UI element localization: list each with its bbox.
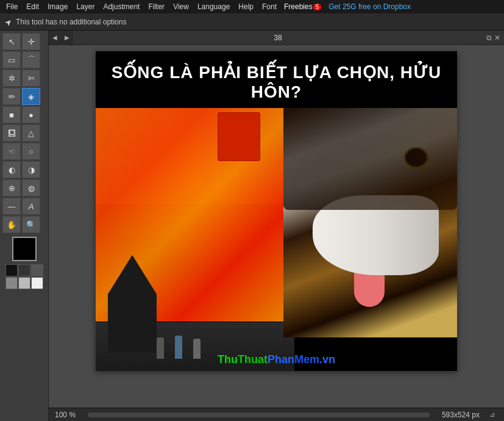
eraser-tool[interactable]: ⊕: [2, 179, 21, 196]
text-tool[interactable]: A: [22, 198, 40, 215]
tool-row-9: ⊕ ◍: [2, 179, 46, 196]
rect-select-tool[interactable]: ▭: [2, 51, 21, 68]
tab-prev-button[interactable]: ◀: [49, 31, 61, 45]
toolbox: ↖ ✛ ▭ ⌒ ✲ ✄ ✏ ◈ ■ ● ⛾ △ ☜ ○: [0, 31, 49, 421]
watermark-thu: Thu: [218, 353, 238, 365]
move-tool[interactable]: ↖: [2, 33, 21, 50]
tool-row-4: ✏ ◈: [2, 88, 46, 105]
tab-label: 38: [73, 31, 483, 45]
canvas-dimensions: 593x524 px: [442, 411, 480, 419]
rect-shape-tool[interactable]: ■: [2, 106, 21, 123]
freebies-count: 5: [313, 4, 322, 10]
color-cell-3[interactable]: [31, 264, 43, 276]
meme-top-text-area: SỐNG LÀ PHẢI BIẾT LỰA CHỌN, HỬU HÔN?: [96, 56, 457, 108]
dodge-tool[interactable]: ◐: [2, 161, 21, 178]
primary-color[interactable]: [12, 237, 37, 261]
lasso-tool[interactable]: ⌒: [22, 51, 40, 68]
color-cell-1[interactable]: [5, 264, 18, 276]
menu-image[interactable]: Image: [44, 1, 71, 12]
menu-adjustment[interactable]: Adjustment: [99, 1, 143, 12]
menu-view[interactable]: View: [169, 1, 193, 12]
menu-bar: File Edit Image Layer Adjustment Filter …: [0, 0, 504, 13]
gradient-tool[interactable]: △: [22, 124, 40, 142]
watermark-vn: vn: [322, 353, 335, 365]
watermark: ThuThuatPhanMem.vn: [96, 353, 457, 366]
tool-row-8: ◐ ◑: [2, 161, 46, 178]
menu-language[interactable]: Language: [194, 1, 233, 12]
tab-controls: ⧉ ✕: [483, 31, 504, 45]
meme-top-text: SỐNG LÀ PHẢI BIẾT LỰA CHỌN, HỬU HÔN?: [112, 63, 442, 101]
menu-help[interactable]: Help: [235, 1, 257, 12]
color-section: [2, 237, 46, 289]
crop-tool[interactable]: ✄: [22, 70, 40, 87]
tool-row-5: ■ ●: [2, 106, 46, 123]
paint-bucket-tool[interactable]: ◈: [22, 88, 40, 105]
color-grid: [5, 264, 43, 289]
burn-tool[interactable]: ◑: [22, 161, 40, 178]
color-cell-4[interactable]: [5, 277, 18, 289]
dropper-tool[interactable]: ⛾: [2, 124, 21, 142]
fire-truck: [218, 112, 260, 161]
smudge-tool[interactable]: ☜: [2, 143, 21, 160]
horizontal-scrollbar[interactable]: [88, 412, 430, 417]
tool-row-11: ✋ 🔍: [2, 216, 46, 233]
menu-filter[interactable]: Filter: [144, 1, 168, 12]
zoom-tool[interactable]: 🔍: [22, 216, 40, 233]
menu-freebies[interactable]: Freebies5: [282, 1, 324, 12]
color-cell-6[interactable]: [31, 277, 43, 289]
move-group-tool[interactable]: ✛: [22, 33, 40, 50]
tool-row-6: ⛾ △: [2, 124, 46, 142]
canvas-area: ◀ ▶ 38 ⧉ ✕: [49, 31, 504, 421]
color-cell-5[interactable]: [18, 277, 30, 289]
toolbar-options-bar: ➤ This tool has no additional options: [0, 13, 504, 31]
watermark-mem: Mem: [294, 353, 319, 365]
watermark-thuat: Thuat: [238, 353, 268, 365]
tool-row-2: ▭ ⌒: [2, 51, 46, 68]
close-button[interactable]: ✕: [494, 34, 500, 42]
zoom-level: 100 %: [55, 411, 76, 419]
tool-row-1: ↖ ✛: [2, 33, 46, 50]
menu-file[interactable]: File: [2, 1, 21, 12]
ellipse-tool[interactable]: ●: [22, 106, 40, 123]
watermark-phan: Phan: [268, 353, 294, 365]
line-tool[interactable]: —: [2, 198, 21, 215]
clone-tool[interactable]: ◍: [22, 179, 40, 196]
tool-options-text: This tool has no additional options: [16, 18, 126, 26]
blur-tool[interactable]: ○: [22, 143, 40, 160]
tab-next-button[interactable]: ▶: [61, 31, 73, 45]
main-area: ↖ ✛ ▭ ⌒ ✲ ✄ ✏ ◈ ■ ● ⛾ △ ☜ ○: [0, 31, 504, 421]
cursor-icon: ➤: [2, 16, 15, 28]
corner-resize[interactable]: ⊿: [489, 411, 498, 419]
tool-row-10: — A: [2, 198, 46, 215]
tool-row-7: ☜ ○: [2, 143, 46, 160]
canvas-frame: SỐNG LÀ PHẢI BIẾT LỰA CHỌN, HỬU HÔN? Thu…: [96, 51, 457, 371]
canvas-image: SỐNG LÀ PHẢI BIẾT LỰA CHỌN, HỬU HÔN? Thu…: [96, 51, 457, 371]
pan-tool[interactable]: ✋: [2, 216, 21, 233]
menu-layer[interactable]: Layer: [73, 1, 98, 12]
menu-edit[interactable]: Edit: [23, 1, 43, 12]
menu-dropbox[interactable]: Get 25G free on Dropbox: [325, 1, 414, 12]
pencil-tool[interactable]: ✏: [2, 88, 21, 105]
canvas-wrapper[interactable]: SỐNG LÀ PHẢI BIẾT LỰA CHỌN, HỬU HÔN? Thu…: [49, 45, 504, 408]
menu-font[interactable]: Font: [258, 1, 280, 12]
tab-bar: ◀ ▶ 38 ⧉ ✕: [49, 31, 504, 45]
color-cell-2[interactable]: [18, 264, 30, 276]
tool-row-3: ✲ ✄: [2, 70, 46, 87]
status-bar: 100 % 593x524 px ⊿: [49, 408, 504, 421]
magic-wand-tool[interactable]: ✲: [2, 70, 21, 87]
maximize-button[interactable]: ⧉: [486, 34, 492, 42]
